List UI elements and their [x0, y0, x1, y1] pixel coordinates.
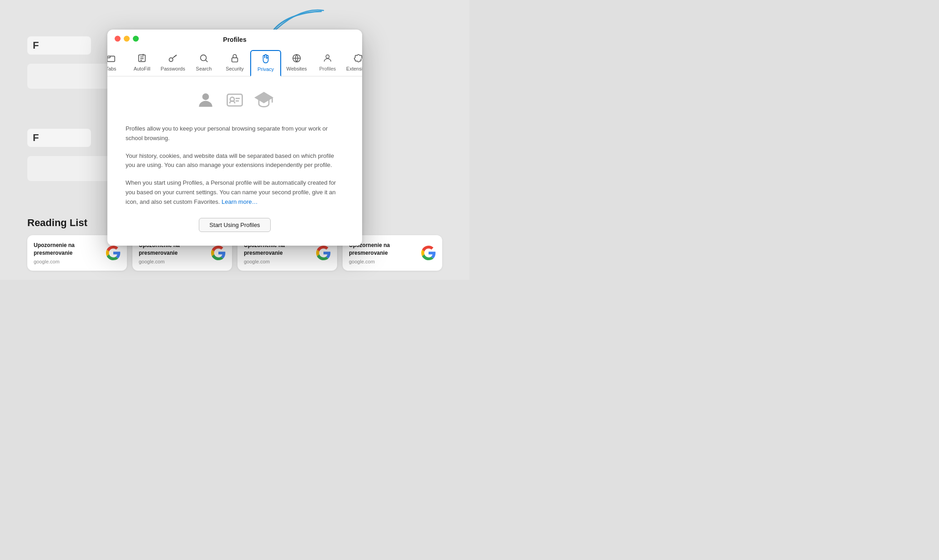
tab-passwords[interactable]: Passwords — [157, 50, 188, 76]
profiles-modal: Profiles General — [107, 30, 362, 246]
tab-tabs-label: Tabs — [107, 66, 116, 71]
tab-search-label: Search — [196, 66, 212, 71]
svg-line-9 — [206, 60, 207, 62]
modal-titlebar: Profiles — [107, 30, 362, 48]
profile-icons-row — [196, 90, 274, 114]
card-text-1: Upozornenie na presmerovanie google.com — [34, 242, 106, 264]
minimize-button[interactable] — [124, 36, 130, 42]
card-url-4: google.com — [349, 259, 421, 264]
id-card-icon — [225, 90, 245, 114]
tab-passwords-label: Passwords — [161, 66, 185, 71]
tab-privacy-label: Privacy — [257, 66, 274, 72]
svg-point-8 — [201, 55, 207, 61]
google-logo-2 — [211, 246, 226, 260]
hand-icon — [261, 54, 271, 65]
tab-extensions-label: Extensions — [346, 66, 362, 71]
lock-icon — [230, 53, 240, 65]
extension-icon — [353, 53, 362, 65]
svg-rect-2 — [107, 56, 115, 61]
globe-icon — [292, 53, 302, 65]
tab-security-label: Security — [226, 66, 244, 71]
page-background: F F Reading List Upozornenie na presmero… — [0, 0, 470, 280]
svg-rect-10 — [232, 58, 238, 62]
modal-title: Profiles — [223, 36, 246, 43]
tab-websites[interactable]: Websites — [281, 50, 312, 76]
tab-profiles-label: Profiles — [319, 66, 336, 71]
card-url-2: google.com — [139, 259, 211, 264]
card-url-1: google.com — [34, 259, 106, 264]
card-text-4: Upozornenie na presmerovanie google.com — [349, 242, 421, 264]
graduation-icon — [254, 90, 274, 114]
traffic-lights — [115, 36, 139, 42]
card-title-1: Upozornenie na presmerovanie — [34, 242, 106, 257]
description-1: Profiles allow you to keep your personal… — [126, 124, 344, 143]
person-icon — [323, 53, 333, 65]
key-icon — [168, 53, 178, 65]
modal-content: Profiles allow you to keep your personal… — [107, 76, 362, 246]
description-2: Your history, cookies, and website data … — [126, 151, 344, 171]
tab-autofill-label: AutoFill — [134, 66, 151, 71]
tab-extensions[interactable]: Extensions — [343, 50, 362, 76]
settings-toolbar: General Tabs — [107, 48, 362, 76]
tab-autofill[interactable]: AutoFill — [126, 50, 157, 76]
tab-security[interactable]: Security — [219, 50, 250, 76]
google-logo-1 — [106, 246, 121, 260]
description-3: When you start using Profiles, a Persona… — [126, 178, 344, 207]
bg-text-2: F — [27, 129, 91, 147]
tab-websites-label: Websites — [286, 66, 307, 71]
search-icon — [199, 53, 209, 65]
tab-privacy[interactable]: Privacy — [250, 50, 281, 76]
tab-profiles[interactable]: Profiles — [312, 50, 343, 76]
tab-search[interactable]: Search — [188, 50, 219, 76]
tabs-icon — [107, 53, 116, 65]
autofill-icon — [137, 53, 147, 65]
card-url-3: google.com — [244, 259, 316, 264]
close-button[interactable] — [115, 36, 121, 42]
bg-text-1: F — [27, 36, 91, 55]
svg-point-13 — [326, 55, 329, 58]
start-using-profiles-button[interactable]: Start Using Profiles — [199, 218, 270, 232]
maximize-button[interactable] — [133, 36, 139, 42]
google-logo-3 — [316, 246, 331, 260]
tab-tabs[interactable]: Tabs — [107, 50, 126, 76]
svg-point-15 — [202, 93, 209, 100]
google-logo-4 — [421, 246, 436, 260]
person-profile-icon — [196, 90, 216, 114]
learn-more-link[interactable]: Learn more… — [222, 198, 257, 205]
